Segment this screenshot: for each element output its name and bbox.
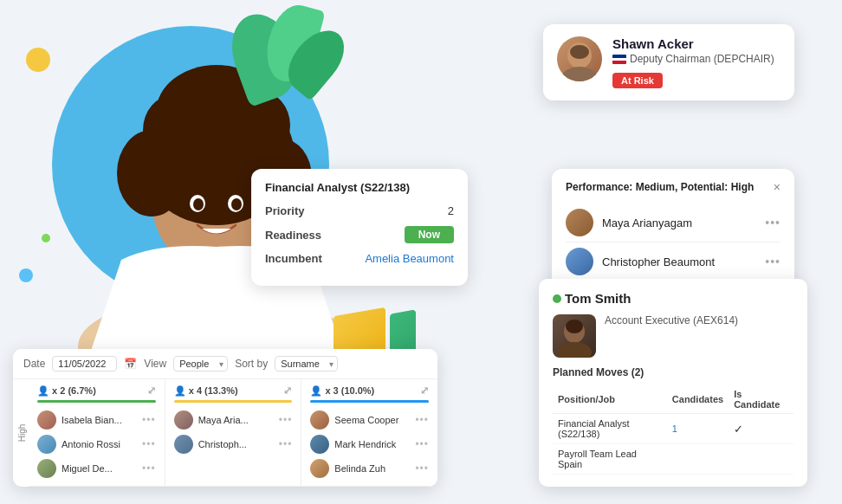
candidates-link[interactable]: 1 bbox=[672, 423, 677, 434]
col-3-header: 👤 x 3 (10.0%) ⤢ bbox=[310, 384, 429, 397]
priority-value: 2 bbox=[448, 204, 454, 217]
high-label: High bbox=[17, 424, 27, 443]
list-item: Miguel De... ••• bbox=[37, 456, 156, 481]
svg-point-14 bbox=[560, 67, 599, 81]
expand-icon-2[interactable]: ⤢ bbox=[283, 384, 292, 397]
table-content: High 👤 x 2 (6.7%) ⤢ Isabela Bian... ••• bbox=[13, 379, 437, 487]
tom-role: Account Executive (AEX614) bbox=[605, 314, 793, 326]
view-label: View bbox=[144, 358, 166, 370]
tom-smith-card: Tom Smith Account Executive (AEX614) Pla… bbox=[539, 279, 807, 487]
performance-people-list: Maya Arianyagam ••• Christopher Beaumont… bbox=[566, 204, 780, 281]
expand-icon-3[interactable]: ⤢ bbox=[420, 384, 429, 397]
maya2-menu[interactable]: ••• bbox=[279, 414, 293, 426]
col-2-header: 👤 x 4 (13.3%) ⤢ bbox=[174, 384, 293, 397]
view-select-wrapper: People bbox=[173, 356, 228, 372]
list-item: Mark Hendrick ••• bbox=[310, 432, 429, 456]
col-2-bar bbox=[174, 400, 293, 403]
readiness-label: Readiness bbox=[265, 229, 321, 242]
is-candidate-cell-1: ✓ bbox=[729, 414, 793, 444]
table-columns: 👤 x 2 (6.7%) ⤢ Isabela Bian... ••• Anton… bbox=[29, 379, 437, 487]
calendar-icon: 📅 bbox=[124, 358, 137, 370]
maya-menu[interactable]: ••• bbox=[765, 216, 780, 229]
table-col-1: 👤 x 2 (6.7%) ⤢ Isabela Bian... ••• Anton… bbox=[29, 379, 165, 486]
shawn-acker-card: Shawn Acker Deputy Chairman (DEPCHAIR) A… bbox=[543, 24, 794, 100]
maya-name: Maya Arianyagam bbox=[602, 216, 756, 229]
miguel-menu[interactable]: ••• bbox=[142, 462, 156, 475]
list-item: Belinda Zuh ••• bbox=[310, 456, 429, 481]
christoph-menu[interactable]: ••• bbox=[279, 438, 293, 450]
col-candidates: Candidates bbox=[667, 385, 729, 414]
sort-label: Sort by bbox=[235, 358, 268, 370]
checkmark-1: ✓ bbox=[734, 423, 743, 436]
candidates-cell-2 bbox=[667, 444, 729, 475]
sort-select[interactable]: Surname bbox=[275, 356, 338, 372]
incumbent-label: Incumbent bbox=[265, 252, 322, 265]
shawn-avatar bbox=[557, 36, 602, 81]
maya2-name: Maya Aria... bbox=[198, 415, 274, 425]
isabella-avatar bbox=[37, 410, 56, 430]
tom-details: Account Executive (AEX614) bbox=[605, 314, 793, 358]
incumbent-row: Incumbent Amelia Beaumont bbox=[265, 252, 454, 265]
priority-row: Priority 2 bbox=[265, 204, 454, 217]
col-is-candidate: Is Candidate bbox=[729, 385, 793, 414]
expand-icon-1[interactable]: ⤢ bbox=[147, 384, 156, 397]
maya2-avatar bbox=[174, 410, 193, 430]
performance-card: Performance: Medium, Potential: High × M… bbox=[552, 169, 794, 293]
person-row-maya: Maya Arianyagam ••• bbox=[566, 204, 780, 242]
svg-point-18 bbox=[566, 320, 583, 333]
miguel-avatar bbox=[37, 459, 56, 478]
tom-header: Tom Smith bbox=[553, 291, 793, 306]
seema-name: Seema Cooper bbox=[334, 415, 410, 425]
view-select[interactable]: People bbox=[173, 356, 228, 372]
mark-menu[interactable]: ••• bbox=[415, 438, 429, 450]
performance-title: Performance: Medium, Potential: High bbox=[566, 181, 754, 193]
at-risk-badge: At Risk bbox=[612, 73, 663, 88]
chris-menu[interactable]: ••• bbox=[765, 255, 780, 268]
priority-label: Priority bbox=[265, 204, 305, 217]
col-1-header: 👤 x 2 (6.7%) ⤢ bbox=[37, 384, 156, 397]
shawn-title: Deputy Chairman (DEPCHAIR) bbox=[612, 53, 780, 65]
isabella-name: Isabela Bian... bbox=[62, 415, 137, 425]
table-header-row: Position/Job Candidates Is Candidate bbox=[553, 385, 793, 414]
antonio-name: Antonio Rossi bbox=[62, 439, 137, 449]
position-cell-2: Payroll Team Lead Spain bbox=[553, 444, 667, 475]
christoph-avatar bbox=[174, 435, 193, 454]
table-row: Payroll Team Lead Spain bbox=[553, 444, 793, 475]
is-candidate-cell-2 bbox=[729, 444, 793, 475]
christoph-name: Christoph... bbox=[198, 439, 274, 449]
col-1-count: 👤 x 2 (6.7%) bbox=[37, 385, 96, 397]
flag-icon bbox=[612, 55, 626, 64]
isabella-menu[interactable]: ••• bbox=[142, 414, 156, 426]
financial-title: Financial Analyst (S22/138) bbox=[265, 181, 454, 194]
maya-avatar bbox=[566, 209, 593, 236]
chris-avatar bbox=[566, 248, 593, 275]
mark-name: Mark Hendrick bbox=[334, 439, 410, 449]
position-cell-1: Financial Analyst (S22/138) bbox=[553, 414, 667, 444]
belinda-menu[interactable]: ••• bbox=[415, 462, 429, 475]
svg-point-15 bbox=[570, 45, 589, 59]
blue-dot bbox=[19, 268, 33, 282]
svg-point-11 bbox=[193, 198, 204, 210]
col-3-count: 👤 x 3 (10.0%) bbox=[310, 385, 374, 397]
readiness-badge: Now bbox=[405, 226, 454, 243]
tom-name: Tom Smith bbox=[565, 291, 631, 306]
antonio-menu[interactable]: ••• bbox=[142, 438, 156, 450]
planned-moves-table: Position/Job Candidates Is Candidate Fin… bbox=[553, 385, 793, 475]
close-button[interactable]: × bbox=[774, 181, 780, 193]
list-item: Antonio Rossi ••• bbox=[37, 432, 156, 456]
svg-point-12 bbox=[231, 198, 242, 210]
readiness-row: Readiness Now bbox=[265, 226, 454, 243]
seema-menu[interactable]: ••• bbox=[415, 414, 429, 426]
shawn-name: Shawn Acker bbox=[612, 36, 780, 51]
planned-moves-label: Planned Moves (2) bbox=[553, 366, 793, 378]
list-item: Seema Cooper ••• bbox=[310, 408, 429, 432]
date-input[interactable] bbox=[52, 356, 117, 372]
date-label: Date bbox=[23, 358, 45, 370]
performance-header: Performance: Medium, Potential: High × bbox=[566, 181, 780, 193]
col-2-count: 👤 x 4 (13.3%) bbox=[174, 385, 238, 397]
incumbent-link[interactable]: Amelia Beaumont bbox=[365, 252, 454, 265]
table-toolbar: Date 📅 View People Sort by Surname bbox=[13, 349, 437, 379]
seema-avatar bbox=[310, 410, 329, 430]
col-3-bar bbox=[310, 400, 429, 403]
succession-table-card: Date 📅 View People Sort by Surname High … bbox=[13, 349, 437, 487]
